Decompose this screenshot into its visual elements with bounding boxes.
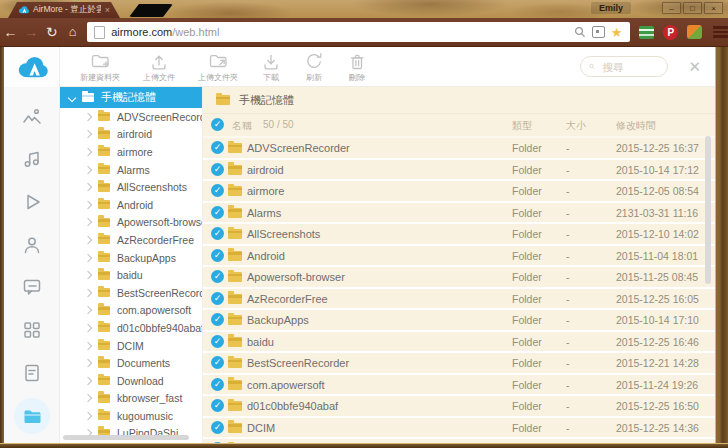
chevron-right-icon[interactable] — [84, 253, 92, 261]
row-checkbox[interactable] — [211, 313, 224, 326]
videos-icon[interactable] — [14, 184, 50, 220]
row-checkbox[interactable] — [211, 335, 224, 348]
tree-item[interactable]: AllScreenshots — [60, 178, 202, 196]
chevron-right-icon[interactable] — [84, 218, 92, 226]
tree-item[interactable]: Download — [60, 372, 202, 390]
file-list-scrollbar[interactable] — [705, 136, 711, 284]
chrome-menu-icon[interactable] — [713, 26, 728, 38]
bookmark-star-icon[interactable]: ★ — [611, 26, 623, 39]
device-icon[interactable] — [592, 26, 605, 38]
leaf-extension-icon[interactable] — [687, 25, 702, 39]
tree-item[interactable]: airdroid — [60, 126, 202, 144]
search-box[interactable] — [580, 56, 668, 77]
chevron-right-icon[interactable] — [84, 201, 92, 209]
tree-item[interactable]: ADVScreenRecorder — [60, 108, 202, 126]
tab-close-icon[interactable]: × — [105, 6, 110, 15]
chevron-right-icon[interactable] — [84, 271, 92, 279]
home-button[interactable]: ⌂ — [62, 25, 83, 39]
tree-item[interactable]: Apowersoft-browser — [60, 214, 202, 232]
forward-button[interactable]: → — [21, 25, 42, 39]
delete-button[interactable]: 刪除 — [347, 51, 367, 83]
tree-item[interactable]: Alarms — [60, 161, 202, 179]
tree-item[interactable]: BackupApps — [60, 249, 202, 267]
row-checkbox[interactable] — [211, 378, 224, 391]
download-button[interactable]: 下載 — [261, 51, 281, 83]
new-folder-button[interactable]: 新建資料夾 — [80, 51, 120, 83]
upload-file-button[interactable]: 上傳文件 — [143, 51, 175, 83]
tree-item[interactable]: airmore — [60, 143, 202, 161]
maximize-button[interactable]: □ — [683, 2, 702, 14]
row-checkbox[interactable] — [211, 227, 224, 240]
row-checkbox[interactable] — [211, 292, 224, 305]
table-row[interactable]: Alarms Folder - 2131-03-31 11:16 — [203, 203, 715, 223]
chevron-right-icon[interactable] — [84, 376, 92, 384]
tree-item[interactable]: kugoumusic — [60, 407, 202, 425]
upload-folder-button[interactable]: 上傳文件夾 — [198, 51, 238, 83]
table-row[interactable]: AllScreenshots Folder - 2015-12-10 14:02 — [203, 224, 715, 244]
pinterest-extension-icon[interactable]: P — [663, 25, 678, 40]
table-row[interactable]: ADVScreenRecorder Folder - 2015-12-25 16… — [203, 138, 715, 158]
tree-root-phone-storage[interactable]: 手機記憶體 — [60, 87, 202, 108]
chevron-right-icon[interactable] — [84, 130, 92, 138]
table-row[interactable]: baidu Folder - 2015-12-25 16:46 — [203, 332, 715, 352]
row-checkbox[interactable] — [211, 206, 224, 219]
chevron-down-icon[interactable] — [68, 93, 76, 101]
row-checkbox[interactable] — [211, 421, 224, 434]
select-all-checkbox[interactable] — [211, 118, 224, 131]
table-row[interactable]: DCIM Folder - 2015-12-25 14:36 — [203, 418, 715, 438]
chevron-right-icon[interactable] — [84, 165, 92, 173]
chevron-right-icon[interactable] — [84, 306, 92, 314]
chevron-right-icon[interactable] — [84, 324, 92, 332]
tree-item[interactable]: com.apowersoft — [60, 302, 202, 320]
table-row[interactable]: airmore Folder - 2015-12-05 08:54 — [203, 181, 715, 201]
profile-button[interactable]: Emily — [591, 2, 631, 14]
tree-item[interactable]: DCIM — [60, 337, 202, 355]
chevron-right-icon[interactable] — [84, 183, 92, 191]
row-checkbox[interactable] — [211, 399, 224, 412]
minimize-button[interactable]: – — [662, 2, 681, 14]
tree-item[interactable]: BestScreenRecorder — [60, 284, 202, 302]
table-row[interactable]: com.apowersoft Folder - 2015-11-24 19:26 — [203, 375, 715, 395]
chevron-right-icon[interactable] — [84, 394, 92, 402]
messages-icon[interactable] — [14, 269, 50, 305]
photos-icon[interactable] — [14, 98, 50, 134]
documents-icon[interactable] — [14, 355, 50, 391]
browser-tab[interactable]: AirMore - 豈止於雲 × — [8, 2, 120, 18]
tree-item[interactable]: AzRecorderFree — [60, 231, 202, 249]
chevron-right-icon[interactable] — [84, 359, 92, 367]
panel-close-icon[interactable]: ✕ — [688, 59, 701, 74]
close-button[interactable]: × — [704, 2, 723, 14]
url-bar[interactable]: airmore.com/web.html ★ — [87, 22, 629, 42]
chevron-right-icon[interactable] — [84, 288, 92, 296]
chevron-right-icon[interactable] — [84, 113, 92, 121]
tree-item[interactable]: baidu — [60, 266, 202, 284]
zoom-icon[interactable] — [574, 26, 586, 38]
table-row[interactable]: d01c0bbfe940abaf Folder - 2015-12-25 16:… — [203, 396, 715, 416]
table-row[interactable]: BackupApps Folder - 2015-10-14 17:10 — [203, 310, 715, 330]
table-row[interactable]: Apowersoft-browser Folder - 2015-11-25 0… — [203, 267, 715, 287]
tree-item[interactable]: kbrowser_fast — [60, 390, 202, 408]
green-extension-icon[interactable] — [639, 26, 655, 39]
new-tab-button[interactable] — [129, 4, 173, 17]
row-checkbox[interactable] — [211, 442, 224, 443]
chevron-right-icon[interactable] — [84, 341, 92, 349]
row-checkbox[interactable] — [211, 356, 224, 369]
tree-horizontal-scrollbar[interactable] — [63, 435, 189, 440]
tree-item[interactable]: Documents — [60, 354, 202, 372]
chevron-right-icon[interactable] — [84, 412, 92, 420]
reload-button[interactable]: ↻ — [42, 25, 63, 39]
row-checkbox[interactable] — [211, 249, 224, 262]
refresh-button[interactable]: 刷新 — [304, 51, 324, 83]
files-icon[interactable] — [14, 398, 50, 434]
search-input[interactable] — [600, 60, 659, 74]
row-checkbox[interactable] — [211, 163, 224, 176]
row-checkbox[interactable] — [211, 270, 224, 283]
table-row[interactable]: Android Folder - 2015-11-04 18:01 — [203, 246, 715, 266]
table-row[interactable]: BestScreenRecorder Folder - 2015-12-21 1… — [203, 353, 715, 373]
chevron-right-icon[interactable] — [84, 148, 92, 156]
tree-item[interactable]: Android — [60, 196, 202, 214]
row-checkbox[interactable] — [211, 184, 224, 197]
row-checkbox[interactable] — [211, 141, 224, 154]
table-row-partial[interactable] — [203, 439, 715, 443]
apps-icon[interactable] — [14, 312, 50, 348]
